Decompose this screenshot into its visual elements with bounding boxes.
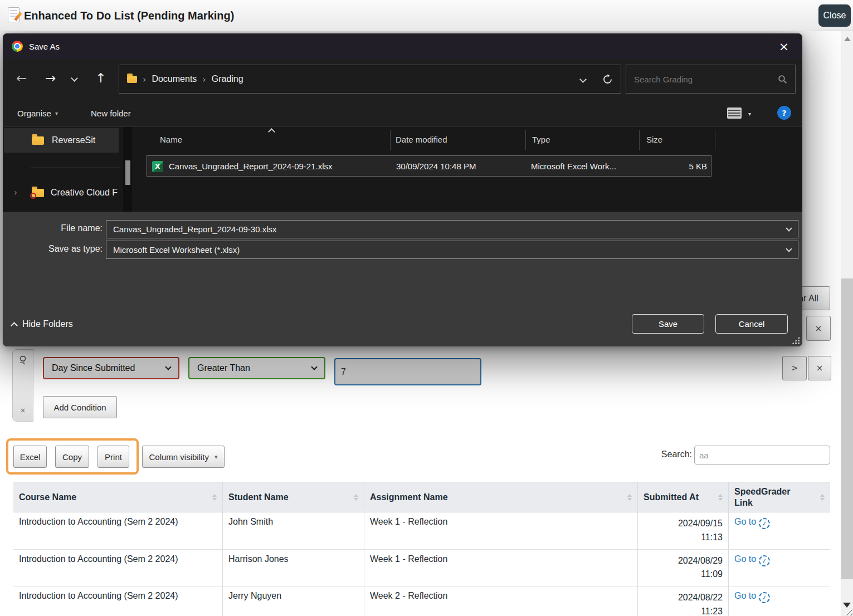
breadcrumb-grading[interactable]: Grading: [212, 74, 243, 84]
save-button[interactable]: Save: [632, 314, 704, 334]
dialog-search-box[interactable]: [626, 65, 796, 94]
file-row[interactable]: X Canvas_Ungraded_Report_2024-09-21.xlsx…: [147, 155, 711, 177]
creative-cloud-badge-icon: [30, 193, 36, 199]
dialog-close-icon[interactable]: ×: [774, 40, 793, 53]
column-visibility-label: Column visibility: [149, 452, 209, 462]
sidebar-item-creative-cloud[interactable]: › Creative Cloud F: [3, 184, 118, 201]
scroll-up-icon[interactable]: [844, 37, 851, 41]
save-as-dialog: Save As × ← → ↑ › Documents › Grading: [3, 33, 802, 346]
speedgrader-cell: Go to ✓: [729, 512, 830, 549]
chevron-down-icon[interactable]: [786, 225, 792, 231]
file-size: 5 KB: [689, 162, 707, 171]
dialog-resize-grip-icon[interactable]: [792, 336, 800, 344]
sort-icon: [718, 494, 723, 501]
course-cell: Introduction to Accounting (Sem 2 2024): [13, 586, 223, 616]
remove-or-group-button[interactable]: ×: [20, 406, 26, 414]
save-as-type-value[interactable]: [113, 245, 787, 255]
column-divider: [639, 130, 640, 150]
go-to-link[interactable]: Go to: [734, 554, 756, 564]
submitted-at-cell: 2024/09/15 11:13: [638, 512, 729, 549]
course-cell: Introduction to Accounting (Sem 2 2024): [13, 512, 223, 549]
chevron-up-icon: [11, 322, 18, 329]
speedgrader-icon[interactable]: ✓: [758, 554, 771, 568]
condition-field-value: Day Since Submitted: [52, 363, 135, 373]
column-header-submitted-at[interactable]: Submitted At: [638, 482, 729, 512]
save-as-type-select[interactable]: [106, 241, 798, 259]
refresh-icon[interactable]: [602, 74, 613, 85]
page-scrollbar[interactable]: [841, 31, 853, 616]
breadcrumb-documents[interactable]: Documents: [152, 74, 197, 84]
hide-folders-button[interactable]: Hide Folders: [12, 319, 73, 329]
scroll-down-icon[interactable]: [843, 603, 851, 608]
file-date-modified: 30/09/2024 10:48 PM: [396, 162, 476, 171]
student-cell: John Smith: [223, 512, 364, 549]
file-column-type[interactable]: Type: [532, 135, 550, 144]
column-visibility-button[interactable]: Column visibility ▾: [142, 446, 225, 468]
dialog-menu-bar: Organise ▾ New folder ▾ ?: [3, 99, 802, 127]
go-to-link[interactable]: Go to: [734, 591, 756, 601]
expand-chevron-icon[interactable]: ›: [14, 188, 26, 198]
go-to-link[interactable]: Go to: [734, 517, 756, 527]
view-mode-caret-icon[interactable]: ▾: [748, 111, 751, 117]
speedgrader-icon[interactable]: ✓: [758, 591, 771, 604]
file-name-field[interactable]: [106, 220, 798, 238]
file-name-input[interactable]: [113, 224, 787, 234]
address-dropdown-chevron-icon[interactable]: [579, 76, 587, 83]
organise-menu[interactable]: Organise ▾: [17, 99, 58, 127]
up-icon[interactable]: ↑: [95, 71, 106, 85]
course-cell: Introduction to Accounting (Sem 2 2024): [13, 550, 223, 586]
assignment-cell: Week 2 - Reflection: [364, 586, 638, 616]
remove-condition-button[interactable]: ×: [808, 356, 831, 380]
recent-locations-chevron-icon[interactable]: [71, 75, 78, 82]
table-row: Introduction to Accounting (Sem 2 2024) …: [13, 512, 830, 550]
column-header-assignment-name[interactable]: Assignment Name: [364, 482, 638, 512]
app-window: Enhanced To Do List (Pending Marking) Cl…: [0, 0, 853, 616]
remove-group-button[interactable]: ×: [806, 316, 831, 341]
forward-icon[interactable]: →: [45, 71, 56, 85]
column-header-course-name[interactable]: Course Name: [13, 482, 223, 512]
scrollbar-thumb[interactable]: [841, 278, 853, 579]
sort-ascending-icon: [268, 128, 275, 135]
copy-button[interactable]: Copy: [55, 446, 89, 468]
close-button[interactable]: Close: [818, 4, 851, 27]
sidebar-item-reversesit[interactable]: ReverseSit: [4, 128, 119, 153]
column-header-student-name[interactable]: Student Name: [223, 482, 364, 512]
dialog-title-bar: Save As ×: [3, 33, 802, 59]
column-divider: [525, 130, 526, 150]
print-button[interactable]: Print: [98, 446, 129, 468]
file-column-size[interactable]: Size: [646, 135, 662, 144]
condition-value-input[interactable]: [334, 358, 481, 385]
sidebar-scrollbar[interactable]: [123, 127, 132, 212]
condition-field-select[interactable]: Day Since Submitted: [43, 357, 179, 379]
sort-icon: [212, 494, 217, 501]
page-title: Enhanced To Do List (Pending Marking): [24, 0, 234, 31]
chevron-down-icon[interactable]: [786, 246, 792, 252]
chevron-down-icon: [311, 364, 317, 370]
file-column-name[interactable]: Name: [160, 135, 182, 144]
excel-export-button[interactable]: Excel: [13, 446, 47, 468]
back-icon[interactable]: ←: [16, 71, 27, 85]
help-icon[interactable]: ?: [777, 106, 791, 120]
sidebar-scrollbar-thumb[interactable]: [125, 160, 130, 185]
column-header-speedgrader-link[interactable]: SpeedGrader Link: [729, 482, 830, 512]
dialog-search-input[interactable]: [634, 75, 773, 84]
dialog-file-browser: ReverseSit › Creative Cloud F Name Date …: [3, 127, 802, 212]
move-condition-button[interactable]: >: [782, 356, 807, 380]
or-group-label: Or: [18, 355, 28, 365]
page-doc-pencil-icon: [8, 7, 20, 22]
resize-grip-icon: [845, 608, 852, 615]
excel-file-icon: X: [152, 161, 163, 172]
results-table: Course Name Student Name Assignment Name…: [13, 482, 830, 616]
speedgrader-cell: Go to ✓: [729, 550, 830, 586]
condition-operator-select[interactable]: Greater Than: [188, 357, 325, 379]
address-bar[interactable]: › Documents › Grading: [119, 65, 621, 94]
dialog-nav-bar: ← → ↑ › Documents › Grading: [3, 59, 802, 99]
file-column-date-modified[interactable]: Date modified: [396, 135, 447, 144]
view-mode-icon[interactable]: [727, 107, 742, 119]
add-condition-button[interactable]: Add Condition: [43, 396, 117, 418]
cancel-button[interactable]: Cancel: [715, 314, 788, 334]
table-search-input[interactable]: [694, 446, 830, 465]
new-folder-button[interactable]: New folder: [91, 99, 131, 127]
table-search-label: Search:: [652, 449, 692, 459]
speedgrader-icon[interactable]: ✓: [758, 517, 771, 530]
